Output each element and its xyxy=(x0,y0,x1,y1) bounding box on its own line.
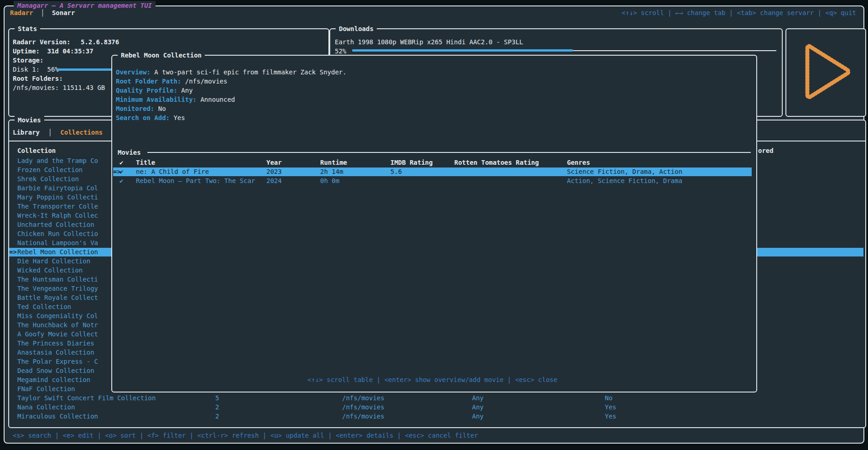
tab-sonarr[interactable]: Sonarr xyxy=(52,9,75,16)
managarr-logo-icon xyxy=(786,29,863,114)
tab-radarr[interactable]: Radarr xyxy=(10,9,33,16)
collection-root-folder: /nfs/movies xyxy=(342,393,385,403)
collection-monitored: Yes xyxy=(605,412,616,421)
collection-movie-count: 2 xyxy=(215,403,219,412)
footer-help: <s> search | <e> edit | <o> sort | <f> f… xyxy=(13,431,478,440)
collection-name: Dead Snow Collection xyxy=(17,366,94,375)
download-progress-track xyxy=(352,49,776,52)
col-runtime[interactable]: Runtime xyxy=(320,158,347,167)
modal-field-value: Any xyxy=(177,87,193,94)
movie-runtime: 0h 0m xyxy=(320,176,339,185)
modal-field-label: Overview: xyxy=(116,68,151,76)
monitored-check-icon: ✔ xyxy=(120,167,123,176)
top-help: <↑↓> scroll | ←→ change tab | <tab> chan… xyxy=(622,8,856,17)
selection-marker: => xyxy=(9,247,17,256)
modal-field: Quality Profile: Any xyxy=(116,86,193,95)
movies-tab-bar: Library │ Collections │ xyxy=(13,128,120,137)
modal-field-value: Yes xyxy=(170,114,185,121)
collection-name: Mary Poppins Collecti xyxy=(17,193,98,202)
monitored-header-fragment: ored xyxy=(758,146,774,155)
col-genres[interactable]: Genres xyxy=(567,158,590,167)
modal-field-value: No xyxy=(154,105,166,112)
collection-name: The Hunchback of Notr xyxy=(17,320,98,330)
modal-field-label: Monitored: xyxy=(116,105,154,112)
collection-row[interactable]: Nana Collection2/nfs/moviesAnyYes xyxy=(9,403,863,412)
modal-field-value: A two-part sci-fi epic from filmmaker Za… xyxy=(151,68,347,76)
movies-panel-title: Movies xyxy=(15,115,44,125)
collection-movie-count: 5 xyxy=(215,393,219,403)
servarr-tab-bar: Radarr │ Sonarr xyxy=(10,8,75,17)
download-progress-fill xyxy=(352,49,573,52)
collection-name: The Transporter Colle xyxy=(17,202,98,211)
collection-monitored: Yes xyxy=(605,403,616,412)
collection-name: Ted Collection xyxy=(17,302,71,311)
collection-root-folder: /nfs/movies xyxy=(342,412,385,421)
download-item-name: Earth 1998 1080p WEBRip x265 Hindi AAC2.… xyxy=(335,37,523,47)
modal-movie-row[interactable]: =>✔ne: A Child of Fire20232h 14m5.6Scien… xyxy=(112,167,753,176)
modal-help: <↑↓> scroll table | <enter> show overvie… xyxy=(112,375,753,384)
collection-quality-profile: Any xyxy=(472,393,483,403)
movie-title: ne: A Child of Fire xyxy=(136,167,209,176)
collection-name: Chicken Run Collectio xyxy=(17,229,98,238)
collection-name: Shrek Collection xyxy=(17,174,79,183)
modal-field: Overview: A two-part sci-fi epic from fi… xyxy=(116,68,347,77)
radarr-version-value: 5.2.6.8376 xyxy=(81,38,119,46)
collection-row[interactable]: Miraculous Collection2/nfs/moviesAnyYes xyxy=(9,412,863,421)
movie-runtime: 2h 14m xyxy=(320,167,343,176)
collection-movie-count: 2 xyxy=(215,412,219,421)
download-progress-remainder xyxy=(573,50,776,51)
modal-table-header: ✔ Title Year Runtime IMDB Rating Rotten … xyxy=(112,158,753,167)
modal-movies-section: Movies xyxy=(118,148,751,157)
modal-field-label: Minimum Availability: xyxy=(116,96,197,103)
col-check[interactable]: ✔ xyxy=(120,158,123,167)
movie-genres: Action, Science Fiction, Drama xyxy=(567,176,682,185)
monitored-check-icon: ✔ xyxy=(120,176,123,185)
collection-name: Battle Royale Collect xyxy=(17,293,98,302)
col-year[interactable]: Year xyxy=(266,158,282,167)
collection-name: Miss Congeniality Col xyxy=(17,311,98,320)
movie-imdb-rating: 5.6 xyxy=(390,167,402,176)
modal-field-label: Search on Add: xyxy=(116,114,170,121)
collection-name: Frozen Collection xyxy=(17,165,83,174)
collection-name: Megamind collection xyxy=(17,375,90,384)
modal-field: Search on Add: Yes xyxy=(116,113,185,122)
collection-name: Uncharted Collection xyxy=(17,220,94,229)
movies-tab-separator-1: │ xyxy=(48,129,52,136)
collection-monitored: No xyxy=(605,393,613,403)
storage-label: Storage: xyxy=(13,56,43,65)
tab-collections[interactable]: Collections xyxy=(60,129,103,136)
modal-title: Rebel Moon Collection xyxy=(118,51,205,60)
collection-row[interactable]: Taylor Swift Concert Film Collection5/nf… xyxy=(9,393,863,403)
modal-field-value: /nfs/movies xyxy=(181,78,227,85)
col-imdb[interactable]: IMDB Rating xyxy=(390,158,433,167)
collection-name: Miraculous Collection xyxy=(17,412,98,421)
collection-details-modal: Rebel Moon Collection Overview: A two-pa… xyxy=(111,55,757,392)
modal-field-label: Quality Profile: xyxy=(116,87,177,94)
collection-name: Nana Collection xyxy=(17,403,75,412)
modal-movies-section-rule xyxy=(147,152,751,153)
collection-quality-profile: Any xyxy=(472,403,483,412)
uptime-value: 31d 04:35:37 xyxy=(47,47,93,55)
collection-name: A Goofy Movie Collect xyxy=(17,330,98,339)
collection-name: Taylor Swift Concert Film Collection xyxy=(17,393,156,403)
movie-year: 2023 xyxy=(266,167,282,176)
modal-field: Monitored: No xyxy=(116,104,166,113)
logo-panel xyxy=(785,28,866,117)
collection-name: Die Hard Collection xyxy=(17,256,90,266)
modal-movie-row[interactable]: ✔Rebel Moon – Part Two: The Scar20240h 0… xyxy=(112,176,753,185)
modal-field: Minimum Availability: Announced xyxy=(116,95,235,104)
radarr-version-label: Radarr Version: xyxy=(13,38,70,46)
col-title[interactable]: Title xyxy=(136,158,155,167)
download-percent: 52% xyxy=(335,47,346,56)
movie-title: Rebel Moon – Part Two: The Scar xyxy=(136,176,255,185)
managarr-tui-screen: Managarr – A Servarr management TUI Rada… xyxy=(0,0,868,450)
collection-name: FNaF Collection xyxy=(17,384,75,393)
movie-genres: Science Fiction, Drama, Action xyxy=(567,167,682,176)
collection-root-folder: /nfs/movies xyxy=(342,403,385,412)
collection-name: Wreck-It Ralph Collec xyxy=(17,211,98,220)
modal-field: Root Folder Path: /nfs/movies xyxy=(116,77,227,86)
tab-library[interactable]: Library xyxy=(13,129,40,136)
tab-separator: │ xyxy=(41,9,44,16)
col-rt[interactable]: Rotten Tomatoes Rating xyxy=(454,158,539,167)
collection-name: Wicked Collection xyxy=(17,266,83,275)
